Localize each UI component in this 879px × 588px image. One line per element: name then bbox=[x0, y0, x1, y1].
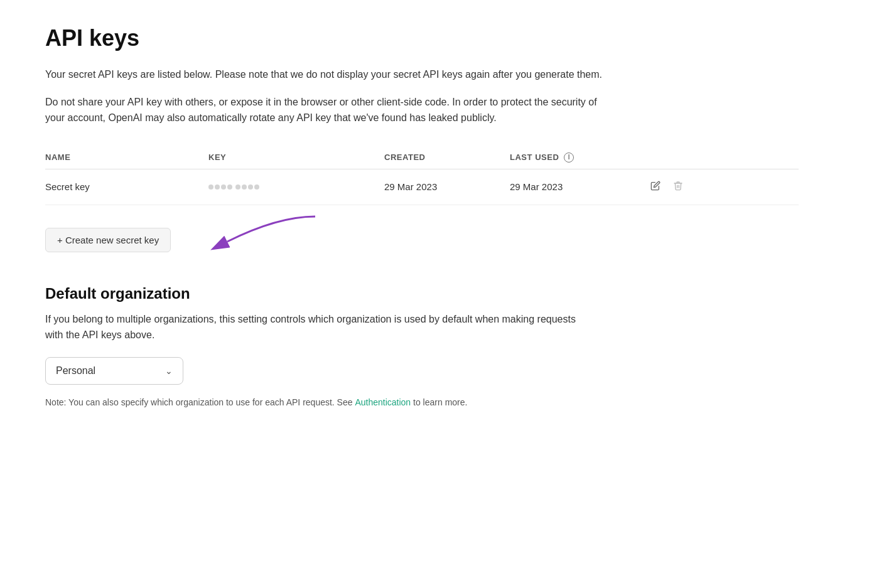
create-secret-key-button[interactable]: + Create new secret key bbox=[45, 228, 171, 252]
dot bbox=[221, 184, 226, 190]
key-value-cell bbox=[208, 184, 384, 190]
col-header-created: CREATED bbox=[384, 152, 510, 163]
last-used-info-icon[interactable]: i bbox=[564, 152, 574, 163]
default-org-section: Default organization If you belong to mu… bbox=[45, 285, 834, 407]
default-org-title: Default organization bbox=[45, 285, 834, 302]
dot bbox=[235, 184, 240, 190]
chevron-down-icon: ⌄ bbox=[165, 366, 173, 376]
col-header-last-used: LAST USED i bbox=[510, 152, 648, 163]
key-created-cell: 29 Mar 2023 bbox=[384, 181, 510, 192]
table-row: Secret key 29 Mar 2023 29 Mar 2023 bbox=[45, 169, 799, 205]
key-masked-dots bbox=[208, 184, 384, 190]
selected-org-label: Personal bbox=[56, 365, 95, 377]
col-header-actions bbox=[648, 152, 698, 163]
delete-key-button[interactable] bbox=[671, 178, 686, 196]
table-header: NAME KEY CREATED LAST USED i bbox=[45, 146, 799, 169]
edit-key-button[interactable] bbox=[648, 178, 663, 196]
dot bbox=[248, 184, 253, 190]
organization-select[interactable]: Personal ⌄ bbox=[45, 357, 183, 385]
authentication-link[interactable]: Authentication bbox=[355, 397, 411, 407]
dot bbox=[208, 184, 213, 190]
default-org-description: If you belong to multiple organizations,… bbox=[45, 311, 585, 343]
key-name-cell: Secret key bbox=[45, 181, 208, 192]
description-2: Do not share your API key with others, o… bbox=[45, 94, 610, 126]
page-title: API keys bbox=[45, 25, 834, 51]
dot bbox=[242, 184, 247, 190]
dot bbox=[254, 184, 259, 190]
dot bbox=[227, 184, 232, 190]
key-actions-cell bbox=[648, 178, 698, 196]
org-note: Note: You can also specify which organiz… bbox=[45, 397, 585, 407]
key-last-used-cell: 29 Mar 2023 bbox=[510, 181, 648, 192]
col-header-name: NAME bbox=[45, 152, 208, 163]
description-1: Your secret API keys are listed below. P… bbox=[45, 67, 610, 83]
dot bbox=[215, 184, 220, 190]
col-header-key: KEY bbox=[208, 152, 384, 163]
annotation-arrow bbox=[208, 210, 321, 254]
api-keys-table-section: NAME KEY CREATED LAST USED i Secret key bbox=[45, 146, 799, 252]
